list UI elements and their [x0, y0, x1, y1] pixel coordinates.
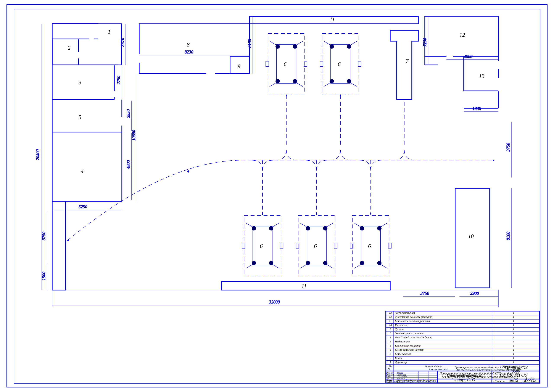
- legend-row: 2Касса1: [386, 356, 540, 361]
- legend-row: 6Подъемники5: [386, 340, 540, 344]
- proj-desc-2: для обслуживания отечественных легковых …: [457, 368, 520, 371]
- legend-row: 10Раздевалка1: [386, 323, 540, 328]
- legend-row: 11Стеллажи для инструмента1: [386, 319, 540, 324]
- legend-row: 4Склад запасных частей1: [386, 348, 540, 352]
- legend-row: 5Клиентская комната1: [386, 344, 540, 348]
- legend-row: 3Стол заказов1: [386, 352, 540, 357]
- legend-row: 13Аккумуляторная1: [386, 311, 540, 315]
- scale-value: 1:75: [522, 376, 538, 381]
- legend-row: 9Туалет1: [386, 328, 540, 332]
- drawing-title-2: корпус СТО: [454, 377, 475, 382]
- legend-row: 7Яма (стенд развал-схождение)1: [386, 336, 540, 340]
- stamp-html: 13Аккумуляторная112Участок по ремонту фо…: [386, 311, 540, 383]
- legend-row: 8Зона текущего ремонта1: [386, 332, 540, 336]
- legend-row: 12Участок по ремонту форсунок1: [386, 315, 540, 320]
- legend-row: 1Директор1: [386, 360, 540, 365]
- sign-row: Утв.Золотой: [386, 381, 437, 383]
